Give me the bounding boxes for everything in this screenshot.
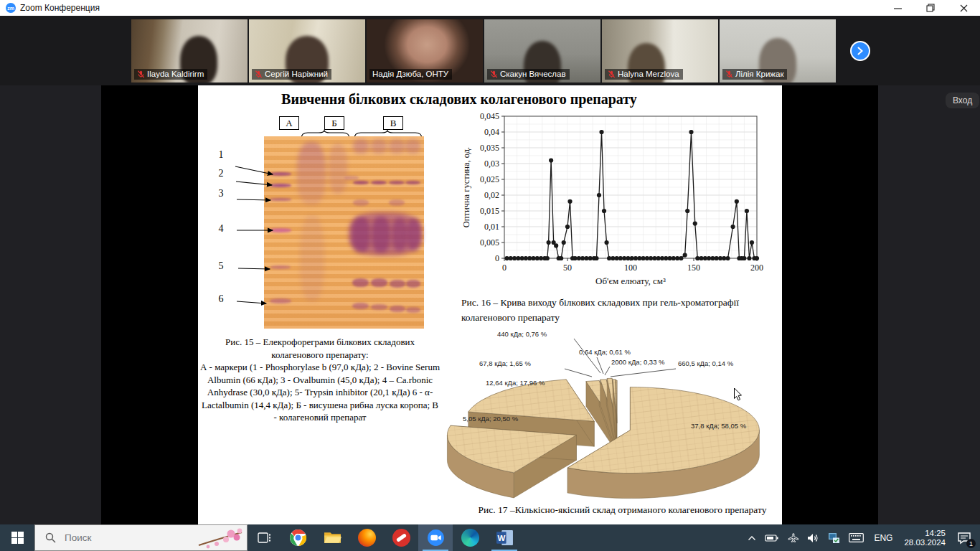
taskbar-app-zoom[interactable]	[418, 524, 453, 551]
pinned-apps: W	[281, 524, 522, 551]
firefox-icon	[358, 529, 376, 547]
svg-text:W: W	[497, 534, 505, 542]
taskbar-app-explorer[interactable]	[315, 524, 349, 551]
fig15-caption-body: А - маркери (1 - Phosphorylase b (97,0 к…	[200, 362, 440, 423]
fig15-caption: Рис. 15 – Елекрофореграми білкових склад…	[199, 336, 440, 424]
volume-icon[interactable]	[803, 524, 824, 551]
action-center-button[interactable]: 1	[951, 524, 980, 551]
shared-document-page: Вивчення білкових складових колагенового…	[198, 85, 782, 524]
battery-icon[interactable]	[760, 524, 783, 551]
language-indicator[interactable]: ENG	[868, 524, 898, 551]
touch-keyboard-icon[interactable]	[844, 524, 868, 551]
taskbar-app-ccleaner[interactable]	[384, 524, 418, 551]
window-titlebar: zm Zoom Конференция	[0, 0, 980, 16]
participant-name: Скакун Вячеслав	[500, 70, 566, 78]
pie-slice-label: 660,5 кДа; 0,14 %	[678, 359, 734, 367]
participant-name-badge: Halyna Merzlova	[605, 69, 683, 80]
windows-taskbar: W ENG 14:25 28.03.2024	[0, 524, 980, 551]
restore-button[interactable]	[914, 0, 947, 16]
file-explorer-icon	[324, 529, 341, 547]
restore-icon	[926, 4, 935, 12]
participant-name-badge: Надія Дзюба, ОНТУ	[369, 69, 452, 80]
y-tick-label: 0,015	[480, 206, 499, 216]
y-tick-label: 0,025	[480, 174, 499, 184]
x-tick-label: 0	[502, 263, 507, 273]
taskbar-app-edge[interactable]	[453, 524, 487, 551]
next-page-button[interactable]	[850, 41, 870, 61]
zoom-icon	[427, 529, 445, 547]
minimize-button[interactable]	[881, 0, 914, 16]
taskbar-app-chrome[interactable]	[281, 524, 315, 551]
x-tick-label: 150	[687, 263, 700, 273]
edge-icon	[461, 529, 479, 547]
participant-tile[interactable]: Лілія Крижак	[720, 19, 836, 83]
pie-slice-label: 12,64 кДа; 17,96 %	[486, 379, 545, 387]
airplane-mode-icon[interactable]	[783, 524, 803, 551]
participant-tile[interactable]: Ilayda Kaldirirm	[131, 19, 248, 83]
marker-arrows	[215, 143, 283, 330]
close-button[interactable]	[947, 0, 980, 16]
muted-mic-icon	[725, 70, 733, 78]
y-tick-label: 0,045	[480, 111, 499, 121]
pie-slice-label: 37,8 кДа; 58,05 %	[691, 422, 747, 430]
video-gallery-strip: Ilayda Kaldirirm Сергій Наріжний Надія Д…	[0, 16, 980, 85]
muted-mic-icon	[490, 70, 498, 78]
gel-lane-label-v: В	[383, 116, 403, 130]
mouse-cursor	[733, 387, 743, 402]
participant-name-badge: Ilayda Kaldirirm	[134, 69, 207, 80]
cherry-blossom-decoration	[195, 525, 245, 550]
muted-mic-icon	[137, 70, 145, 78]
word-icon: W	[496, 529, 514, 547]
taskbar-app-firefox[interactable]	[349, 524, 384, 551]
participant-tile[interactable]: Надія Дзюба, ОНТУ	[367, 19, 483, 83]
clock[interactable]: 14:25 28.03.2024	[898, 524, 951, 551]
date: 28.03.2024	[904, 538, 946, 547]
fig15-caption-head: Рис. 15 – Елекрофореграми білкових склад…	[225, 336, 415, 360]
chrome-icon	[289, 529, 307, 547]
y-tick-label: 0,04	[484, 127, 499, 137]
pie-slice-label: 67,8 кДа; 1,65 %	[479, 359, 531, 367]
display-utility-icon[interactable]	[824, 524, 844, 551]
participant-name: Ilayda Kaldirirm	[147, 70, 204, 78]
pie-slice-label: 5,05 кДа; 20,50 %	[463, 415, 519, 423]
y-tick-label: 0	[495, 253, 499, 263]
x-tick-label: 100	[624, 263, 637, 273]
gel-lane-label-b: Б	[324, 116, 344, 130]
zoom-app-window: zm Zoom Конференция Ilayda Kaldirirm	[0, 0, 980, 551]
x-tick-label: 200	[750, 263, 763, 273]
task-view-button[interactable]	[248, 524, 281, 551]
muted-mic-icon	[255, 70, 263, 78]
document-title: Вивчення білкових складових колагенового…	[201, 91, 717, 108]
time: 14:25	[925, 529, 946, 537]
shared-screen-area: Вход Вивчення білкових складових колаген…	[0, 85, 980, 524]
participant-tiles: Ilayda Kaldirirm Сергій Наріжний Надія Д…	[131, 19, 836, 83]
participant-name-badge: Лілія Крижак	[722, 69, 787, 80]
pie-slice-label: 0,64 кДа; 0,61 %	[579, 348, 631, 356]
gel-lane-label-a: А	[279, 116, 299, 130]
composition-pie-chart: 37,8 кДа; 58,05 %5,05 кДа; 20,50 %12,64 …	[441, 323, 782, 502]
sign-in-button[interactable]: Вход	[946, 93, 979, 108]
search-input[interactable]	[63, 532, 185, 544]
pie-slice-label: 2000 кДа; 0,33 %	[611, 358, 665, 366]
y-axis-title: Оптична густина, од.	[461, 147, 471, 227]
tray-chevron-up-icon[interactable]	[743, 524, 760, 551]
y-tick-label: 0,01	[484, 222, 499, 232]
participant-name: Надія Дзюба, ОНТУ	[372, 70, 448, 78]
y-tick-label: 0,035	[480, 143, 499, 153]
participant-name: Сергій Наріжний	[265, 70, 328, 78]
participant-tile[interactable]: Скакун Вячеслав	[484, 19, 600, 83]
participant-name-badge: Сергій Наріжний	[252, 69, 331, 80]
start-button[interactable]	[0, 524, 34, 551]
zoom-app-icon: zm	[6, 3, 16, 13]
y-tick-label: 0,03	[484, 159, 499, 169]
fig17-caption: Рис. 17 –Кількісно-якісний склад отриман…	[459, 504, 782, 516]
windows-logo-icon	[11, 532, 24, 544]
participant-name: Halyna Merzlova	[618, 70, 679, 78]
pie-slice-label: 440 кДа; 0,76 %	[497, 330, 547, 338]
fig16-caption: Рис. 16 – Крива виходу білкових складови…	[461, 295, 782, 325]
system-tray: ENG 14:25 28.03.2024 1	[743, 524, 980, 551]
taskbar-search[interactable]	[34, 524, 248, 551]
taskbar-app-word[interactable]: W	[487, 524, 522, 551]
participant-tile[interactable]: Сергій Наріжний	[249, 19, 365, 83]
participant-tile[interactable]: Halyna Merzlova	[602, 19, 718, 83]
